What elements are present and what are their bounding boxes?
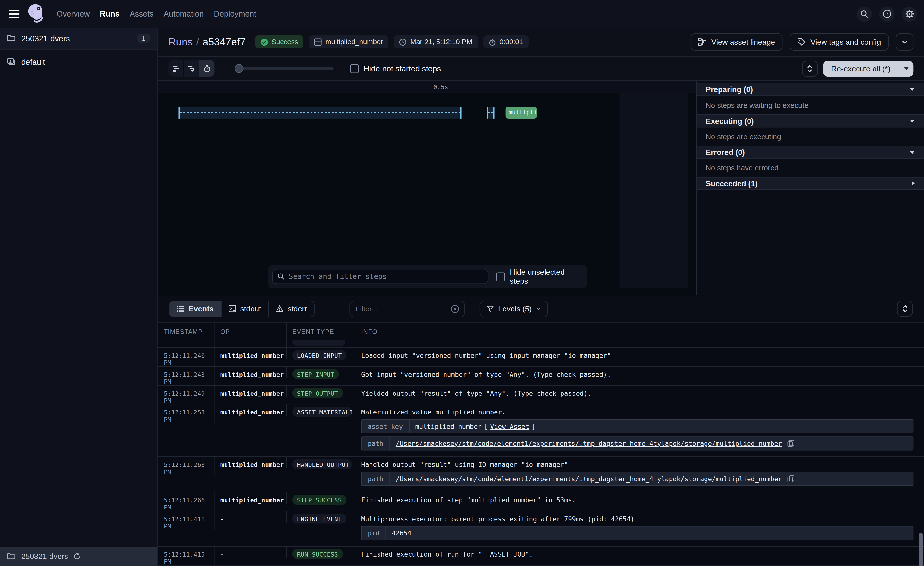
expand-gantt-button[interactable] xyxy=(802,60,818,77)
help-icon: ? xyxy=(882,9,891,18)
sidebar-item-default[interactable]: default xyxy=(0,53,158,71)
waterfall-view-button[interactable] xyxy=(184,60,199,77)
chevron-down-icon xyxy=(536,306,541,312)
info-text: Yielded output "result" of type "Any". (… xyxy=(361,390,924,397)
caret-down-icon xyxy=(910,88,915,91)
metadata-label: pid xyxy=(362,527,386,539)
caret-icon xyxy=(910,151,915,154)
help-button[interactable]: ? xyxy=(879,6,895,21)
status-section-header[interactable]: Succeeded (1) xyxy=(696,177,924,190)
info-cell: Finished execution of step "multiplied_n… xyxy=(356,492,924,508)
table-row[interactable]: 5:12:11.240 PM multiplied_number LOADED_… xyxy=(158,348,924,367)
search-icon xyxy=(860,10,868,18)
run-header: Runs/a5347ef7 Success multiplied_number xyxy=(158,28,924,57)
gantt-zoom-slider[interactable] xyxy=(234,67,335,70)
reexecute-options-button[interactable] xyxy=(899,60,914,77)
log-table-body: 5:12:11.240 PM multiplied_number LOADED_… xyxy=(158,340,924,566)
event-type-badge: STEP_OUTPUT xyxy=(292,388,343,398)
settings-button[interactable] xyxy=(902,6,917,21)
hide-unselected-checkbox-row[interactable]: Hide unselected steps xyxy=(496,268,583,285)
timer-icon xyxy=(203,65,211,72)
table-row[interactable]: 5:12:11.243 PM multiplied_number STEP_IN… xyxy=(158,367,924,386)
sidebar-footer[interactable]: 250321-dvers xyxy=(0,546,158,566)
tab-stderr[interactable]: stderr xyxy=(269,301,314,316)
gantt-viewport-shade xyxy=(620,93,688,288)
path-link[interactable]: /Users/smackesey/stm/code/element1/exper… xyxy=(396,440,782,447)
workspace-count-badge: 1 xyxy=(137,33,150,43)
hide-not-started-checkbox[interactable] xyxy=(350,64,359,73)
table-row[interactable]: 5:12:11.249 PM multiplied_number STEP_OU… xyxy=(158,385,924,405)
log-filter-input[interactable]: Filter... xyxy=(350,301,465,317)
vertical-scrollbar[interactable] xyxy=(919,533,923,566)
status-section-header[interactable]: Preparing (0) xyxy=(696,83,924,96)
step-search-input[interactable]: Search and filter steps xyxy=(272,269,489,284)
dagster-logo[interactable] xyxy=(26,3,46,25)
timestamp-cell: 5:12:11.253 PM xyxy=(158,405,214,423)
sidebar-item-label: default xyxy=(21,57,45,66)
copy-icon[interactable] xyxy=(788,475,794,482)
nav-link-assets[interactable]: Assets xyxy=(130,9,153,18)
hide-not-started-checkbox-row[interactable]: Hide not started steps xyxy=(350,64,441,73)
event-type-badge: ASSET_MATERIALI… xyxy=(292,407,352,417)
reexecute-button-group: Re-execute all (*) xyxy=(823,60,914,77)
op-cell: - xyxy=(214,546,287,558)
search-button[interactable] xyxy=(857,6,872,21)
search-icon xyxy=(278,273,285,280)
reexecute-all-button[interactable]: Re-execute all (*) xyxy=(823,60,899,77)
caret-icon xyxy=(910,88,915,91)
hamburger-menu-icon[interactable] xyxy=(8,9,20,19)
timed-view-button[interactable] xyxy=(199,60,214,77)
op-cell: multiplied_number xyxy=(214,367,287,378)
table-row[interactable]: 5:12:11.263 PM multiplied_number HANDLED… xyxy=(158,457,924,492)
breadcrumb-runs-link[interactable]: Runs xyxy=(168,36,192,48)
status-section-header[interactable]: Errored (0) xyxy=(696,146,924,159)
run-more-actions-button[interactable] xyxy=(896,33,914,51)
status-section-body: No steps are executing xyxy=(696,127,924,146)
gantt-step-bar[interactable]: multipli… xyxy=(506,107,537,119)
gantt-chart[interactable]: 0.5s multipli… Search and filter s xyxy=(158,81,696,295)
dashed-dependency-line xyxy=(180,112,460,113)
status-section-title: Succeeded (1) xyxy=(706,179,758,188)
metadata-label: path xyxy=(362,472,390,485)
column-header-info: INFO xyxy=(356,322,924,340)
levels-filter-button[interactable]: Levels (5) xyxy=(480,301,548,317)
table-row[interactable]: 5:12:11.415 PM - RUN_SUCCESS Finished ex… xyxy=(158,546,924,566)
sidebar-workspace-header[interactable]: 250321-dvers 1 xyxy=(0,28,158,50)
expand-logs-button[interactable] xyxy=(897,301,913,317)
info-cell: Handled output "result" using IO manager… xyxy=(356,457,924,492)
breadcrumb: Runs/a5347ef7 xyxy=(168,36,246,48)
copy-icon[interactable] xyxy=(788,440,794,447)
view-asset-lineage-button[interactable]: View asset lineage xyxy=(691,33,783,51)
reload-icon[interactable] xyxy=(73,552,81,560)
view-tags-config-button[interactable]: View tags and config xyxy=(790,33,888,51)
hide-unselected-checkbox[interactable] xyxy=(496,272,505,281)
nav-link-overview[interactable]: Overview xyxy=(57,9,90,18)
table-row[interactable]: 5:12:11.266 PM multiplied_number STEP_SU… xyxy=(158,492,924,511)
info-text: Loaded input "versioned_number" using in… xyxy=(361,352,924,360)
events-toolbar: Events stdout stderr xyxy=(158,295,924,322)
tab-stdout[interactable]: stdout xyxy=(221,301,269,316)
log-table-header: TIMESTAMP OP EVENT TYPE INFO xyxy=(158,322,924,340)
path-link[interactable]: /Users/smackesey/stm/code/element1/exper… xyxy=(396,475,782,483)
asset-tag[interactable]: multiplied_number xyxy=(309,35,388,48)
info-text: Materialized value multiplied_number. xyxy=(361,409,924,416)
info-cell: Loaded input "versioned_number" using in… xyxy=(356,348,924,363)
timestamp-cell: 5:12:11.411 PM xyxy=(158,511,214,529)
folder-icon xyxy=(7,34,15,42)
event-type-badge-clipped xyxy=(292,340,345,346)
nav-link-automation[interactable]: Automation xyxy=(164,9,204,18)
gantt-view-mode-group xyxy=(168,60,214,77)
flat-view-button[interactable] xyxy=(168,60,184,77)
slider-knob[interactable] xyxy=(234,64,243,73)
event-type-cell: STEP_OUTPUT xyxy=(287,385,356,399)
tab-events[interactable]: Events xyxy=(170,301,221,316)
status-section-header[interactable]: Executing (0) xyxy=(696,114,924,127)
clear-filter-icon[interactable] xyxy=(451,305,459,313)
nav-link-deployment[interactable]: Deployment xyxy=(214,9,256,18)
table-row[interactable]: 5:12:11.253 PM multiplied_number ASSET_M… xyxy=(158,405,924,457)
view-asset-link[interactable]: View Asset xyxy=(490,422,529,430)
gantt-timeline-header: 0.5s xyxy=(158,81,696,93)
nav-link-runs[interactable]: Runs xyxy=(100,9,120,18)
slider-track[interactable] xyxy=(239,67,333,70)
table-row[interactable]: 5:12:11.411 PM - ENGINE_EVENT Multiproce… xyxy=(158,511,924,546)
